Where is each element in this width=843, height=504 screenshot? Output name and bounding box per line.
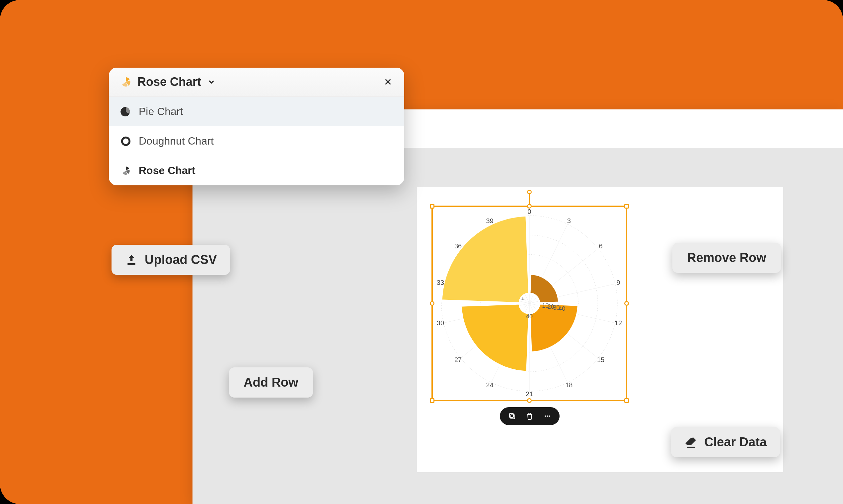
trash-icon — [526, 412, 534, 420]
resize-handle-t[interactable] — [527, 204, 532, 209]
svg-point-44 — [122, 137, 130, 145]
dropdown-header[interactable]: Rose Chart — [109, 68, 404, 97]
more-button[interactable] — [541, 410, 554, 423]
copy-button[interactable] — [505, 410, 519, 423]
rose-icon — [120, 165, 132, 176]
upload-icon — [125, 253, 138, 267]
svg-point-42 — [547, 415, 548, 417]
eraser-icon — [684, 436, 698, 449]
add-row-button[interactable]: Add Row — [229, 367, 313, 398]
dropdown-item-label: Pie Chart — [139, 105, 183, 118]
more-icon — [543, 412, 551, 420]
resize-handle-br[interactable] — [624, 398, 629, 403]
add-row-label: Add Row — [244, 375, 298, 390]
dropdown-item-label: Rose Chart — [139, 164, 195, 177]
copy-icon — [508, 412, 516, 420]
svg-rect-40 — [510, 413, 513, 417]
hero-stage: Item 1Item 31020304040036912151821242730… — [0, 0, 843, 504]
svg-point-43 — [549, 415, 550, 417]
clear-data-button[interactable]: Clear Data — [671, 427, 780, 457]
resize-handle-bl[interactable] — [430, 398, 434, 403]
rose-icon — [120, 76, 132, 88]
resize-handle-l[interactable] — [430, 301, 434, 306]
doughnut-icon — [120, 136, 132, 147]
rotate-handle[interactable] — [527, 190, 532, 194]
resize-handle-b[interactable] — [527, 398, 532, 403]
dropdown-item-pie[interactable]: Pie Chart — [109, 97, 404, 126]
delete-button[interactable] — [523, 410, 536, 423]
dropdown-title: Rose Chart — [137, 75, 201, 89]
chart-type-dropdown: Rose Chart Pie Chart Doughnut Chart Rose… — [109, 68, 404, 185]
dropdown-item-rose[interactable]: Rose Chart — [109, 156, 404, 185]
svg-rect-39 — [511, 415, 515, 419]
remove-row-button[interactable]: Remove Row — [672, 243, 781, 273]
selection-frame — [431, 205, 627, 401]
upload-csv-label: Upload CSV — [145, 253, 217, 267]
resize-handle-r[interactable] — [624, 301, 629, 306]
dropdown-item-doughnut[interactable]: Doughnut Chart — [109, 126, 404, 156]
dropdown-item-label: Doughnut Chart — [139, 135, 214, 147]
upload-csv-button[interactable]: Upload CSV — [111, 245, 230, 275]
resize-handle-tl[interactable] — [430, 204, 434, 209]
rotate-line — [529, 193, 530, 204]
chevron-down-icon — [207, 77, 216, 86]
remove-row-label: Remove Row — [687, 251, 766, 265]
context-toolbar — [500, 407, 560, 425]
close-icon[interactable] — [383, 77, 393, 87]
clear-data-label: Clear Data — [704, 435, 767, 449]
svg-point-41 — [545, 415, 546, 417]
pie-icon — [120, 106, 132, 118]
resize-handle-tr[interactable] — [624, 204, 629, 209]
